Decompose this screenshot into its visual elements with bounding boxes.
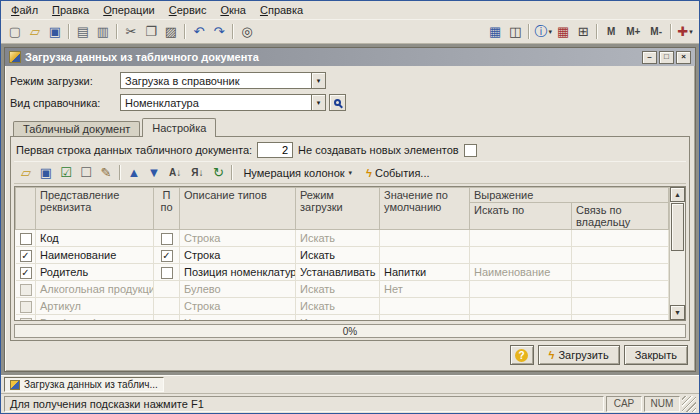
mark-checkbox[interactable]: ✓ xyxy=(20,250,32,262)
cell-mark[interactable]: ✓ xyxy=(16,247,36,264)
table-row[interactable]: КодСтрокаИскать xyxy=(16,230,669,247)
header-search-by[interactable]: Искать по xyxy=(470,203,572,230)
maximize-button[interactable]: □ xyxy=(659,51,674,64)
cell-mode[interactable]: Устанавливать xyxy=(296,264,380,281)
menu-item-2[interactable]: Операции xyxy=(96,2,161,18)
calendar-icon[interactable]: ▦ xyxy=(553,22,573,42)
cell-search[interactable] xyxy=(154,315,180,321)
table-row[interactable]: Алкогольная продукцияБулевоИскатьНет xyxy=(16,281,669,298)
cell-owner[interactable] xyxy=(572,281,669,298)
save-icon[interactable]: ▣ xyxy=(45,22,65,42)
header-owner-link[interactable]: Связь по владельцу xyxy=(572,203,669,230)
cell-owner[interactable] xyxy=(572,298,669,315)
print-icon[interactable]: ▤ xyxy=(73,22,93,42)
search-checkbox[interactable] xyxy=(161,267,173,279)
close-window-button[interactable]: × xyxy=(676,51,691,64)
scroll-down-icon[interactable]: ▼ xyxy=(670,305,685,320)
calculator-icon[interactable]: ⊞ xyxy=(573,22,593,42)
print-preview-icon[interactable]: ▥ xyxy=(93,22,113,42)
menu-item-1[interactable]: Правка xyxy=(45,2,96,18)
tab-tabular-document[interactable]: Табличный документ xyxy=(13,121,140,137)
new-file-icon[interactable]: ▢ xyxy=(5,22,25,42)
cell-mark[interactable] xyxy=(16,230,36,247)
header-mark[interactable] xyxy=(16,188,36,230)
uncheck-all-icon[interactable]: ☐ xyxy=(76,163,96,183)
table-row[interactable]: ✓РодительПозиция номенклатурыУстанавлива… xyxy=(16,264,669,281)
cell-owner[interactable] xyxy=(572,264,669,281)
cell-default[interactable] xyxy=(380,298,470,315)
open-file-icon[interactable]: ▱ xyxy=(16,163,36,183)
cell-name[interactable]: Родитель xyxy=(36,264,154,281)
cell-name[interactable]: Вес (нетто) xyxy=(36,315,154,321)
cell-type[interactable]: Строка xyxy=(180,247,296,264)
menu-item-3[interactable]: Сервис xyxy=(162,2,214,18)
cell-default[interactable]: Напитки xyxy=(380,264,470,281)
search-checkbox[interactable] xyxy=(161,233,173,245)
close-button[interactable]: Закрыть xyxy=(624,345,688,365)
cell-mode[interactable]: Искать xyxy=(296,247,380,264)
menu-item-5[interactable]: Справка xyxy=(253,2,310,18)
cell-search[interactable] xyxy=(154,230,180,247)
search-checkbox[interactable]: ✓ xyxy=(161,250,173,262)
cell-search[interactable] xyxy=(154,281,180,298)
cell-search_by[interactable] xyxy=(470,298,572,315)
cell-type[interactable]: Позиция номенклатуры xyxy=(180,264,296,281)
no-new-elements-checkbox[interactable] xyxy=(464,144,477,157)
header-expression[interactable]: Выражение xyxy=(470,188,669,203)
first-row-input[interactable] xyxy=(257,142,293,158)
mark-checkbox[interactable] xyxy=(20,233,32,245)
catalog-search-button[interactable] xyxy=(329,94,346,111)
help-button[interactable]: ? xyxy=(510,345,534,365)
cell-search_by[interactable] xyxy=(470,247,572,264)
cell-type[interactable]: Булево xyxy=(180,281,296,298)
service-icon[interactable]: ✚▾ xyxy=(675,22,695,42)
table-row[interactable]: ✓Наименование✓СтрокаИскать xyxy=(16,247,669,264)
memory-minus-button[interactable]: M- xyxy=(645,22,667,42)
cell-mark[interactable] xyxy=(16,315,36,321)
move-up-icon[interactable]: ▲ xyxy=(124,163,144,183)
cell-default[interactable]: Нет xyxy=(380,281,470,298)
table-row[interactable]: Вес (нетто)ЧислоИскать xyxy=(16,315,669,321)
header-types[interactable]: Описание типов xyxy=(180,188,296,230)
mode-combobox[interactable]: Загрузка в справочник ▾ xyxy=(120,72,326,89)
scrollbar-thumb[interactable] xyxy=(671,203,684,251)
open-folder-icon[interactable]: ▱ xyxy=(25,22,45,42)
cell-search[interactable] xyxy=(154,264,180,281)
refresh-icon[interactable]: ↻ xyxy=(208,163,228,183)
cell-search_by[interactable] xyxy=(470,315,572,321)
cell-mark[interactable] xyxy=(16,298,36,315)
cell-type[interactable]: Число xyxy=(180,315,296,321)
find-icon[interactable]: ◎ xyxy=(237,22,257,42)
mode-value[interactable]: Загрузка в справочник xyxy=(120,72,312,89)
catalog-combobox[interactable]: Номенклатура ▾ xyxy=(120,94,326,111)
cell-search[interactable] xyxy=(154,298,180,315)
catalog-value[interactable]: Номенклатура xyxy=(120,94,312,111)
mark-checkbox[interactable] xyxy=(20,318,32,320)
copy-icon[interactable]: ❐ xyxy=(141,22,161,42)
cell-default[interactable] xyxy=(380,315,470,321)
menu-item-0[interactable]: Файл xyxy=(4,2,45,18)
mode-dropdown-icon[interactable]: ▾ xyxy=(311,72,326,89)
cell-name[interactable]: Наименование xyxy=(36,247,154,264)
header-default[interactable]: Значение по умолчанию xyxy=(380,188,470,230)
minimize-button[interactable]: – xyxy=(642,51,657,64)
sort-desc-icon[interactable]: Я↓ xyxy=(186,163,208,183)
events-button[interactable]: ϟ События... xyxy=(359,164,436,182)
scroll-up-icon[interactable]: ▲ xyxy=(670,187,685,202)
cell-name[interactable]: Алкогольная продукция xyxy=(36,281,154,298)
cell-default[interactable] xyxy=(380,247,470,264)
cell-mode[interactable]: Искать xyxy=(296,298,380,315)
cell-mark[interactable] xyxy=(16,281,36,298)
undo-icon[interactable]: ↶ xyxy=(189,22,209,42)
scrollbar-track[interactable] xyxy=(670,252,685,305)
cut-icon[interactable]: ✂ xyxy=(121,22,141,42)
sort-asc-icon[interactable]: А↓ xyxy=(164,163,186,183)
cell-owner[interactable] xyxy=(572,247,669,264)
mark-checkbox[interactable] xyxy=(20,301,32,313)
paste-icon[interactable]: ▨ xyxy=(161,22,181,42)
dialog-title-bar[interactable]: Загрузка данных из табличного документа … xyxy=(5,48,695,66)
header-attribute[interactable]: Представление реквизита xyxy=(36,188,154,230)
catalog-dropdown-icon[interactable]: ▾ xyxy=(311,94,326,111)
load-button[interactable]: ϟ Загрузить xyxy=(538,345,620,365)
edit-icon[interactable]: ✎ xyxy=(96,163,116,183)
